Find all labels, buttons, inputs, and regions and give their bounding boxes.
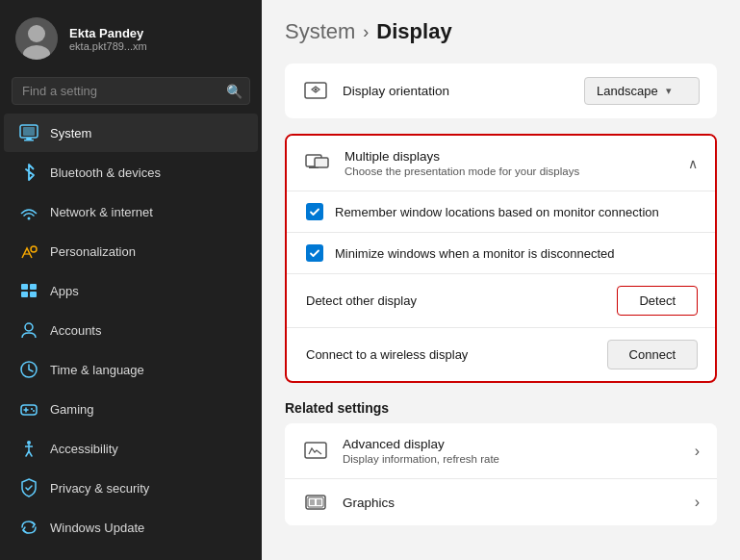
- sidebar-label-accounts: Accounts: [50, 323, 101, 338]
- network-icon: [19, 202, 38, 221]
- advanced-display-arrow: ›: [695, 443, 700, 460]
- remember-window-row: Remember window locations based on monit…: [287, 191, 715, 233]
- advanced-display-icon: [302, 442, 329, 461]
- related-graphics[interactable]: Graphics ›: [285, 479, 717, 525]
- sidebar-item-system[interactable]: System: [4, 114, 258, 152]
- related-settings-title: Related settings: [285, 400, 717, 416]
- orientation-dropdown[interactable]: Landscape ▾: [584, 77, 700, 105]
- sidebar-label-apps: Apps: [50, 284, 79, 298]
- remember-window-label: Remember window locations based on monit…: [335, 205, 698, 219]
- sidebar-item-personalization[interactable]: Personalization: [4, 232, 258, 270]
- svg-rect-12: [30, 292, 37, 297]
- main-content: System › Display Display orientation Lan…: [262, 0, 740, 560]
- svg-point-17: [33, 410, 35, 412]
- sidebar-label-time: Time & language: [50, 363, 144, 377]
- related-advanced-display[interactable]: Advanced display Display information, re…: [285, 423, 717, 479]
- advanced-display-subtitle: Display information, refresh rate: [343, 453, 695, 465]
- multiple-displays-header[interactable]: Multiple displays Choose the presentatio…: [287, 136, 715, 191]
- breadcrumb-current: Display: [376, 19, 451, 44]
- sidebar-label-gaming: Gaming: [50, 402, 94, 417]
- sidebar-item-accessibility[interactable]: Accessibility: [4, 429, 258, 468]
- svg-rect-28: [317, 499, 321, 505]
- multiple-displays-icon: [304, 154, 331, 173]
- sidebar-item-update[interactable]: Windows Update: [4, 508, 258, 547]
- sidebar-item-apps[interactable]: Apps: [4, 271, 258, 310]
- svg-rect-10: [30, 284, 37, 290]
- minimize-windows-checkbox[interactable]: [306, 244, 323, 262]
- multiple-displays-title: Multiple displays: [344, 149, 688, 164]
- minimize-windows-row: Minimize windows when a monitor is disco…: [287, 233, 715, 274]
- system-icon: [19, 123, 38, 142]
- detect-label: Detect other display: [306, 293, 617, 308]
- sidebar-item-network[interactable]: Network & internet: [4, 192, 258, 231]
- svg-rect-9: [21, 284, 28, 290]
- sidebar: Ekta Pandey ekta.pkt789...xm 🔍 System: [0, 0, 262, 560]
- personalization-icon: [19, 242, 38, 261]
- svg-rect-27: [310, 499, 315, 505]
- user-info: Ekta Pandey ekta.pkt789...xm: [69, 26, 147, 52]
- sidebar-label-bluetooth: Bluetooth & devices: [50, 165, 161, 180]
- user-profile: Ekta Pandey ekta.pkt789...xm: [0, 0, 262, 73]
- sidebar-label-personalization: Personalization: [50, 244, 136, 259]
- apps-icon: [19, 281, 38, 300]
- svg-rect-4: [23, 127, 35, 136]
- minimize-windows-label: Minimize windows when a monitor is disco…: [335, 246, 698, 261]
- connect-wireless-row: Connect to a wireless display Connect: [287, 328, 715, 381]
- user-email: ekta.pkt789...xm: [69, 40, 147, 52]
- bluetooth-icon: [19, 163, 38, 182]
- orientation-control[interactable]: Landscape ▾: [584, 77, 700, 105]
- advanced-display-text: Advanced display Display information, re…: [343, 437, 695, 465]
- sidebar-label-privacy: Privacy & security: [50, 481, 149, 496]
- svg-rect-24: [305, 443, 326, 458]
- sidebar-label-accessibility: Accessibility: [50, 442, 118, 456]
- svg-point-16: [31, 408, 33, 410]
- graphics-icon: [302, 493, 329, 512]
- orientation-label: Display orientation: [343, 84, 584, 98]
- graphics-title: Graphics: [343, 496, 695, 510]
- accessibility-icon: [19, 439, 38, 458]
- display-orientation-row: Display orientation Landscape ▾: [285, 64, 717, 118]
- collapse-icon: ∧: [688, 156, 698, 171]
- multiple-displays-section: Multiple displays Choose the presentatio…: [285, 134, 717, 383]
- svg-rect-6: [24, 140, 34, 141]
- related-settings-section: Related settings Advanced display Displa…: [285, 400, 717, 525]
- privacy-icon: [19, 478, 38, 497]
- sidebar-item-gaming[interactable]: Gaming: [4, 390, 258, 428]
- graphics-arrow: ›: [695, 494, 700, 511]
- connect-button[interactable]: Connect: [607, 340, 698, 369]
- connect-label: Connect to a wireless display: [306, 347, 607, 362]
- accounts-icon: [19, 320, 38, 340]
- time-icon: [19, 360, 38, 379]
- graphics-text: Graphics: [343, 496, 695, 510]
- svg-point-18: [27, 441, 31, 445]
- multiple-displays-body: Remember window locations based on monit…: [287, 191, 715, 381]
- detect-button[interactable]: Detect: [617, 286, 698, 316]
- sidebar-item-time[interactable]: Time & language: [4, 350, 258, 389]
- search-input[interactable]: [12, 77, 250, 105]
- sidebar-label-system: System: [50, 126, 91, 140]
- svg-point-13: [25, 323, 33, 331]
- sidebar-item-privacy[interactable]: Privacy & security: [4, 469, 258, 507]
- sidebar-item-bluetooth[interactable]: Bluetooth & devices: [4, 153, 258, 191]
- svg-rect-11: [21, 292, 28, 297]
- svg-point-7: [28, 217, 31, 220]
- remember-window-checkbox[interactable]: [306, 203, 323, 220]
- search-box[interactable]: 🔍: [12, 77, 250, 105]
- breadcrumb-parent[interactable]: System: [285, 19, 355, 44]
- svg-point-20: [315, 88, 318, 90]
- sidebar-label-update: Windows Update: [50, 521, 144, 535]
- multiple-displays-subtitle: Choose the presentation mode for your di…: [344, 165, 688, 177]
- display-orientation-panel: Display orientation Landscape ▾: [285, 64, 717, 118]
- update-icon: [19, 518, 38, 537]
- sidebar-item-accounts[interactable]: Accounts: [4, 311, 258, 349]
- svg-rect-23: [315, 158, 328, 167]
- detect-display-row: Detect other display Detect: [287, 274, 715, 328]
- chevron-down-icon: ▾: [666, 85, 672, 97]
- related-settings-panel: Advanced display Display information, re…: [285, 423, 717, 525]
- advanced-display-title: Advanced display: [343, 437, 695, 451]
- sidebar-label-network: Network & internet: [50, 205, 153, 219]
- svg-point-1: [28, 25, 45, 42]
- gaming-icon: [19, 399, 38, 419]
- svg-point-8: [31, 246, 37, 252]
- breadcrumb: System › Display: [285, 19, 717, 44]
